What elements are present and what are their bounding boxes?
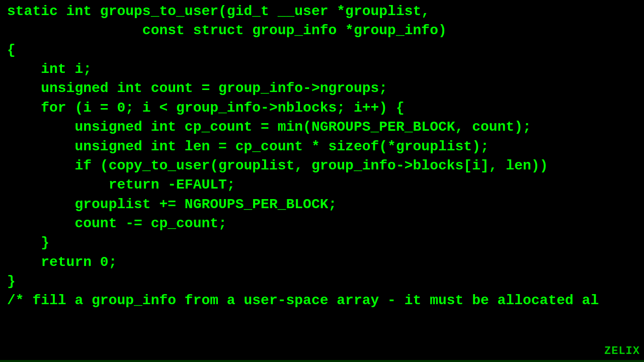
code-line: } [7,272,644,291]
code-line: return -EFAULT; [7,175,644,195]
code-line: const struct group_info *group_info) [7,21,644,40]
code-line: /* fill a group_info from a user-space a… [7,291,644,310]
code-line: grouplist += NGROUPS_PER_BLOCK; [7,195,644,214]
code-line: unsigned int count = group_info->ngroups… [7,79,644,98]
code-line: { [7,41,644,60]
code-line: unsigned int len = cp_count * sizeof(*gr… [7,137,644,156]
code-line: static int groups_to_user(gid_t __user *… [7,2,644,21]
code-line: if (copy_to_user(grouplist, group_info->… [7,156,644,175]
code-line: for (i = 0; i < group_info->nblocks; i++… [7,99,644,118]
bottom-bar [0,360,644,362]
code-line: count -= cp_count; [7,214,644,233]
code-line: int i; [7,60,644,79]
code-line: unsigned int cp_count = min(NGROUPS_PER_… [7,118,644,137]
code-display: static int groups_to_user(gid_t __user *… [0,0,644,362]
code-lines: static int groups_to_user(gid_t __user *… [7,2,644,311]
watermark: ZELIX [604,344,640,359]
code-line: } [7,233,644,252]
code-line: return 0; [7,253,644,272]
